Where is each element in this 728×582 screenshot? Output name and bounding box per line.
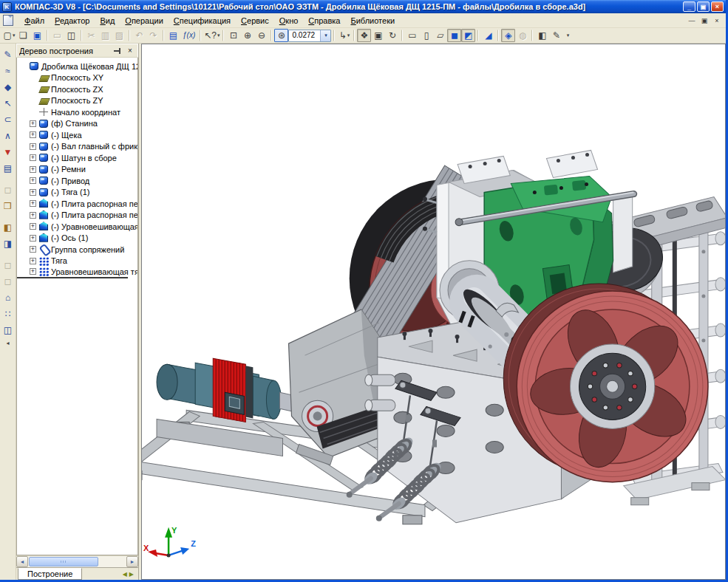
simplified-display[interactable]: ◍ (515, 29, 529, 42)
pin-icon[interactable] (112, 46, 123, 56)
close-icon[interactable]: × (125, 46, 135, 56)
tree-item[interactable]: (-) Щека (17, 129, 137, 141)
sketch-on-plane[interactable]: ✎ (549, 29, 563, 42)
tree-item[interactable]: Дробилка Щёковая ДЩ 1215-ПМ (17, 61, 137, 72)
menu-help[interactable]: Справка (303, 15, 345, 27)
context-help[interactable]: ↖? (203, 29, 220, 42)
menu-view[interactable]: Вид (95, 15, 120, 27)
display-shaded-wireframe[interactable]: ◩ (461, 29, 475, 42)
tree-item[interactable]: Начало координат (17, 106, 137, 118)
tree-item[interactable]: Тяга (17, 256, 137, 267)
zoom-in[interactable]: ⊕ (240, 29, 254, 42)
tree-item[interactable]: Группа сопряжений (17, 244, 137, 256)
expand-toggle-icon[interactable] (30, 268, 36, 275)
print[interactable]: ▭ (50, 29, 64, 42)
print-preview[interactable]: ◫ (64, 29, 78, 42)
tree-item[interactable]: Плоскость ZY (17, 95, 137, 107)
measurements-3d[interactable]: ∧ (0, 128, 16, 144)
menu-window[interactable]: Окно (274, 15, 304, 27)
orientation[interactable]: ◈ (501, 29, 515, 42)
open-document[interactable]: ❏ (16, 29, 30, 42)
expand-toggle-icon[interactable] (30, 246, 36, 253)
pan[interactable]: ❖ (357, 29, 371, 42)
child-minimize-button[interactable]: — (686, 16, 698, 26)
arrays[interactable]: ∷ (0, 306, 16, 322)
expand-toggle-icon[interactable] (30, 177, 36, 184)
tree-item[interactable]: (-) Плита распорная передняя (17, 210, 137, 222)
variables[interactable]: ▤ (166, 29, 180, 42)
redo[interactable]: ↷ (146, 29, 160, 42)
tree-item[interactable]: Плоскость ZX (17, 83, 137, 95)
copy[interactable]: ▥ (98, 29, 112, 42)
scrollbar-track[interactable] (29, 556, 126, 567)
tree-item[interactable]: (-) Вал главный с фрикционами (17, 141, 137, 153)
body-operations[interactable]: ◧ (0, 219, 16, 236)
menu-service[interactable]: Сервис (236, 15, 274, 27)
expand-toggle-icon[interactable] (30, 200, 36, 207)
scroll-left-icon[interactable]: ◄ (16, 556, 28, 567)
menu-file[interactable]: Файл (19, 15, 50, 27)
tree-item[interactable]: Уравновешивающая тяга (17, 267, 128, 278)
expand-toggle-icon[interactable] (30, 212, 36, 219)
rotate-view[interactable]: ↻ (385, 29, 399, 42)
display-wireframe[interactable]: ▭ (405, 29, 419, 42)
tree-item[interactable]: (-) Уравновешивающая тяга (1) (17, 221, 137, 233)
tree-item[interactable]: (-) Тяга (1) (17, 187, 137, 199)
undo[interactable]: ↶ (132, 29, 146, 42)
tree-item[interactable]: (-) Ремни (17, 164, 137, 176)
component-tool-disabled[interactable]: ◻ (0, 182, 16, 198)
expand-toggle-icon[interactable] (30, 143, 36, 150)
expand-toggle-icon[interactable] (30, 120, 36, 127)
expand-toggle-icon[interactable] (30, 223, 36, 230)
expand-toggle-icon[interactable] (30, 154, 36, 161)
menu-libraries[interactable]: Библиотеки (346, 15, 401, 27)
display-hidden-thin[interactable]: ▱ (433, 29, 447, 42)
specification-tools[interactable]: ▤ (0, 160, 16, 177)
save-document[interactable]: ▣ (30, 29, 44, 42)
child-close-button[interactable]: × (711, 16, 723, 26)
tree-item[interactable]: (-) Шатун в сборе (17, 152, 137, 164)
tree-item[interactable]: Плоскость XY (17, 72, 137, 84)
expand-toggle-icon[interactable] (30, 258, 36, 264)
display-hidden-removed[interactable]: ▯ (419, 29, 433, 42)
zoom-out[interactable]: ⊖ (254, 29, 268, 42)
child-restore-button[interactable]: ▣ (698, 16, 710, 26)
restore-button[interactable]: ▣ (697, 1, 710, 12)
auxiliary-geometry[interactable]: ↖ (0, 95, 16, 112)
part-from-library[interactable]: ⌂ (0, 290, 16, 306)
menu-operations[interactable]: Операции (120, 15, 168, 27)
tab-postroenie[interactable]: Построение (18, 568, 82, 580)
tree-item[interactable]: (-) Плита распорная передняя (17, 198, 137, 210)
scrollbar-thumb[interactable] (29, 557, 98, 566)
move-rotate-component[interactable]: ◨ (0, 236, 16, 252)
tree-item[interactable]: (-) Ось (1) (17, 233, 137, 244)
expand-toggle-icon[interactable] (30, 235, 36, 242)
expand-toggle-icon[interactable] (30, 131, 36, 138)
display-shaded[interactable]: ◼ (447, 29, 461, 42)
new-document[interactable]: ▢ (2, 29, 16, 42)
more-panels[interactable]: ◂ (0, 338, 16, 347)
zoom-by-scale[interactable]: ⊛ (274, 29, 288, 42)
tool-disabled-1[interactable]: ◻ (0, 257, 16, 273)
paste[interactable]: ▨ (112, 29, 126, 42)
tab-scroll-arrows[interactable]: ◀▶ (123, 568, 137, 580)
zoom-frame[interactable]: ▣ (371, 29, 385, 42)
scroll-right-icon[interactable]: ► (126, 556, 138, 567)
add-component[interactable]: ❒ (0, 198, 16, 214)
viewport-canvas[interactable]: X Y Z (141, 44, 726, 580)
cut[interactable]: ✂ (84, 29, 98, 42)
perspective[interactable]: ◢ (481, 29, 495, 42)
tool-disabled-2[interactable]: ◻ (0, 273, 16, 290)
shift-view[interactable]: ↳ (337, 29, 351, 42)
menu-specification[interactable]: Спецификация (169, 15, 236, 27)
expand-toggle-icon[interactable] (30, 189, 36, 196)
section-view[interactable]: ◧ (535, 29, 549, 42)
tree-item[interactable]: (ф) Станина (17, 118, 137, 130)
edit-assembly[interactable]: ✎ (0, 47, 16, 63)
surfaces[interactable]: ◆ (0, 79, 16, 95)
minimize-button[interactable]: _ (683, 1, 695, 12)
zoom-window[interactable]: ⊡ (226, 29, 240, 42)
mate-groups[interactable]: ◫ (0, 322, 16, 338)
expressions-fx[interactable]: ƒ(x) (180, 29, 197, 42)
menu-editor[interactable]: Редактор (50, 15, 95, 27)
